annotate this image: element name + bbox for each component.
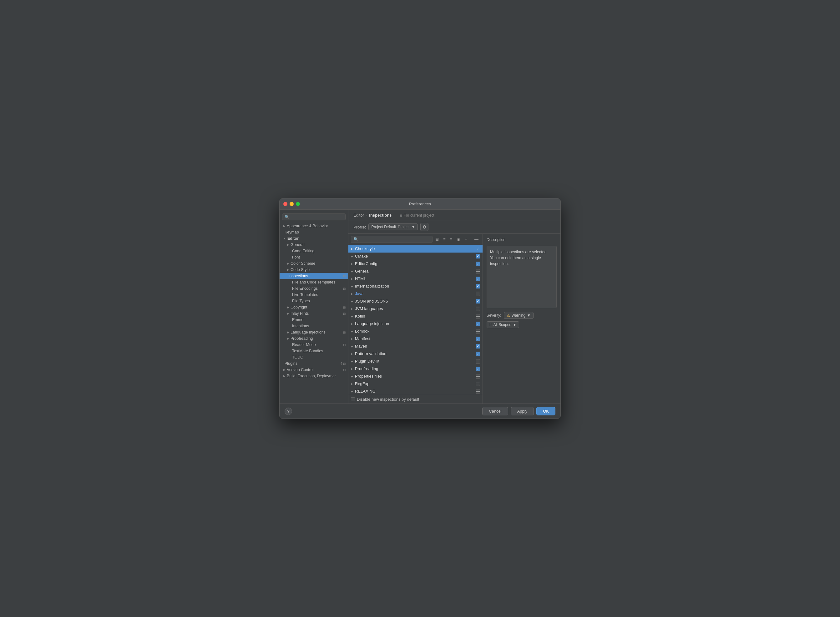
project-icon: ⊟ [343,306,346,309]
close-button[interactable] [283,202,287,206]
sidebar-item-inspections[interactable]: Inspections ⊟ [280,273,348,279]
sidebar-item-reader-mode[interactable]: Reader Mode ⊟ [280,342,348,348]
inspection-row[interactable]: ▶Kotlin— [348,313,482,320]
inspection-checkbox[interactable]: — [476,329,480,334]
sidebar-item-color-scheme[interactable]: ▶ Color Scheme [280,260,348,267]
chevron-icon: ▶ [351,382,353,385]
inspection-checkbox[interactable]: — [476,389,480,394]
sidebar-item-code-style[interactable]: ▶ Code Style [280,267,348,273]
chevron-icon: ▶ [287,268,289,271]
inspection-row[interactable]: ▶Plugin DevKit [348,357,482,365]
inspection-checkbox[interactable]: — [476,374,480,378]
sidebar-item-file-code[interactable]: File and Code Templates [280,279,348,285]
inspection-checkbox[interactable]: ✓ [476,299,480,304]
inspection-row[interactable]: ▶HTML✓ [348,275,482,283]
ok-button[interactable]: OK [536,407,555,415]
collapse-all-button[interactable]: ≡ [448,236,454,242]
inspection-checkbox[interactable]: ✓ [476,261,480,266]
inspection-checkbox[interactable]: — [476,382,480,386]
inspection-checkbox[interactable]: — [476,307,480,311]
inspection-checkbox[interactable]: — [476,314,480,319]
bottom-bar: ? Cancel Apply OK [280,403,560,419]
sidebar-item-plugins[interactable]: Plugins 4 ⊟ [280,360,348,367]
list-search-input[interactable] [360,237,430,242]
breadcrumb-parent[interactable]: Editor [353,213,364,217]
apply-button[interactable]: Apply [511,407,534,415]
sidebar-item-proofreading[interactable]: ▶ Proofreading [280,335,348,342]
inspection-row[interactable]: ▶CMake✓ [348,252,482,260]
inspection-checkbox[interactable]: ✓ [476,367,480,371]
inspection-checkbox[interactable]: — [476,269,480,273]
inspection-name: Manifest [355,336,474,341]
inspection-row[interactable]: ▶General— [348,267,482,275]
filter-button[interactable]: ⊞ [434,236,440,242]
sidebar-item-general[interactable]: ▶ General [280,242,348,248]
inspection-name: Checkstyle [355,246,474,251]
sidebar-item-todo[interactable]: TODO [280,354,348,360]
inspection-row[interactable]: ▶Maven✓ [348,342,482,350]
inspection-row[interactable]: ▶Internationalization✓ [348,283,482,290]
gear-button[interactable]: ⚙ [420,223,429,231]
inspection-row[interactable]: ▶Language injection✓ [348,320,482,328]
sidebar-item-inlay-hints[interactable]: ▶ Inlay Hints ⊟ [280,310,348,317]
inspection-row[interactable]: ▶JSON and JSON5✓ [348,298,482,305]
disable-checkbox[interactable] [351,397,355,401]
sidebar-item-build[interactable]: ▶ Build, Execution, Deploymer [280,373,348,379]
inspection-row[interactable]: ▶Java [348,290,482,298]
inspection-checkbox[interactable]: ✓ [476,344,480,348]
inspection-checkbox[interactable]: ✓ [476,322,480,326]
inspection-checkbox[interactable]: ✓ [476,284,480,288]
inspection-row[interactable]: ▶Properties files— [348,373,482,380]
cancel-button[interactable]: Cancel [482,407,508,415]
inspection-row[interactable]: ▶Manifest✓ [348,335,482,342]
sidebar-search-input[interactable] [291,215,343,219]
sidebar-item-live-templates[interactable]: Live Templates [280,292,348,298]
minimize-button[interactable] [290,202,294,206]
sidebar-item-appearance[interactable]: ▶ Appearance & Behavior [280,223,348,229]
sidebar-item-code-editing[interactable]: Code Editing [280,248,348,254]
sidebar-item-copyright[interactable]: ▶ Copyright ⊟ [280,304,348,310]
sidebar-item-lang-injections[interactable]: ▶ Language Injections ⊟ [280,329,348,335]
maximize-button[interactable] [296,202,300,206]
inspection-checkbox[interactable]: ✓ [476,254,480,258]
inspection-checkbox[interactable]: ✓ [476,337,480,341]
add-button[interactable]: + [463,236,469,242]
sidebar-item-editor[interactable]: ▼ Editor [280,235,348,242]
list-toolbar: 🔍 ⊞ ≡ ≡ ▣ + — [348,234,482,245]
inspection-checkbox[interactable]: ✓ [476,277,480,281]
sidebar-item-file-encodings[interactable]: File Encodings ⊟ [280,285,348,292]
sidebar-item-version-control[interactable]: ▶ Version Control ⊟ [280,367,348,373]
inspection-row[interactable]: ▶Pattern validation✓ [348,350,482,357]
expand-all-button[interactable]: ≡ [442,236,447,242]
sidebar-item-file-types[interactable]: File Types [280,298,348,304]
sidebar-item-font[interactable]: Font [280,254,348,260]
more-button[interactable]: — [473,236,480,242]
sidebar-item-emmet[interactable]: Emmet [280,317,348,323]
chevron-icon: ▶ [283,224,285,227]
inspection-row[interactable]: ▶RELAX NG— [348,388,482,395]
inspection-row[interactable]: ▶RegExp— [348,380,482,388]
inspection-checkbox[interactable]: ✓ [476,351,480,356]
profile-select[interactable]: Project Default Project ▼ [368,223,418,230]
inspection-name: General [355,269,474,273]
project-icon: ⊟ [343,287,346,290]
sidebar-search[interactable]: 🔍 [282,214,346,220]
list-search[interactable]: 🔍 [351,236,432,243]
inspection-checkbox[interactable]: ✓ [476,247,480,251]
inspection-row[interactable]: ▶Checkstyle✓ [348,245,482,252]
group-button[interactable]: ▣ [455,236,462,242]
severity-select[interactable]: ⚠ Warning ▼ [504,312,534,319]
inspection-row[interactable]: ▶JVM languages— [348,305,482,313]
sidebar-item-keymap[interactable]: Keymap [280,229,348,235]
inspection-row[interactable]: ▶Proofreading✓ [348,365,482,373]
inspection-checkbox[interactable] [476,359,480,363]
sidebar-item-textmate[interactable]: TextMate Bundles [280,348,348,354]
chevron-icon: ▶ [351,315,353,318]
sidebar-item-intentions[interactable]: Intentions [280,323,348,329]
inspection-row[interactable]: ▶Lombok— [348,328,482,335]
inspection-checkbox[interactable] [476,292,480,296]
inspection-row[interactable]: ▶EditorConfig✓ [348,260,482,267]
chevron-icon: ▶ [351,300,353,303]
help-button[interactable]: ? [285,407,292,415]
scope-select[interactable]: In All Scopes ▼ [487,321,519,328]
